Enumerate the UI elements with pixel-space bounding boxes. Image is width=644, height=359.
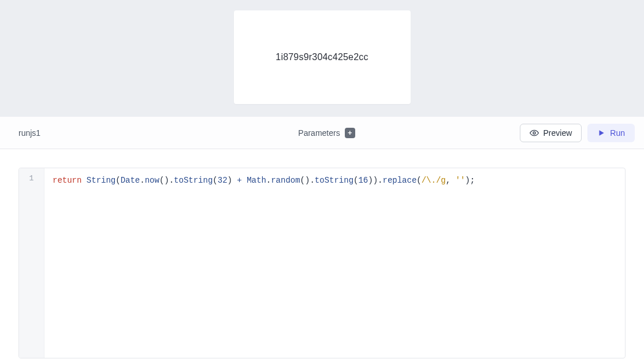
toolbar-left: runjs1 — [18, 128, 224, 138]
editor-wrap: 1 return String(Date.now().toString(32) … — [0, 149, 644, 358]
parameters-label: Parameters — [298, 128, 340, 138]
query-title[interactable]: runjs1 — [18, 128, 40, 138]
run-button[interactable]: Run — [587, 124, 635, 142]
svg-point-0 — [533, 132, 535, 134]
preview-area: 1i879s9r304c425e2cc — [0, 0, 644, 117]
code-editor[interactable]: 1 return String(Date.now().toString(32) … — [18, 168, 626, 358]
toolbar-center: Parameters + — [224, 128, 430, 138]
output-text: 1i879s9r304c425e2cc — [276, 52, 368, 62]
preview-button-label: Preview — [544, 128, 572, 138]
code-content[interactable]: return String(Date.now().toString(32) + … — [44, 168, 625, 358]
add-parameter-button[interactable]: + — [345, 128, 355, 138]
eye-icon — [530, 128, 539, 138]
toolbar: runjs1 Parameters + Preview Run — [0, 117, 644, 149]
line-number: 1 — [19, 174, 44, 183]
toolbar-right: Preview Run — [429, 124, 635, 142]
output-card: 1i879s9r304c425e2cc — [234, 10, 411, 104]
play-icon — [597, 129, 605, 137]
run-button-label: Run — [610, 128, 625, 138]
preview-button[interactable]: Preview — [520, 124, 582, 142]
editor-gutter: 1 — [19, 168, 44, 358]
